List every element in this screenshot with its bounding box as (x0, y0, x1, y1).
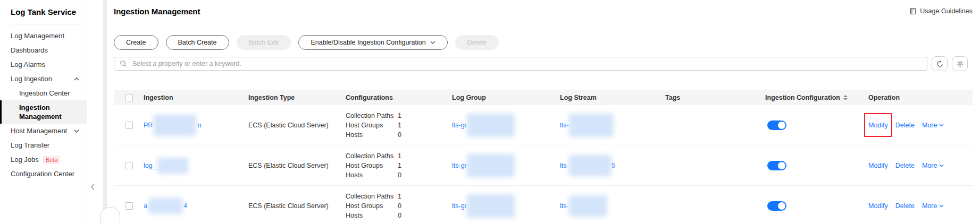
batch-create-button[interactable]: Batch Create (166, 35, 229, 50)
search-input[interactable] (131, 59, 922, 68)
settings-button[interactable] (952, 56, 968, 71)
ingestion-configuration-toggle[interactable] (767, 161, 786, 170)
sidebar-item-log-alarms[interactable]: Log Alarms (0, 57, 87, 72)
hosts-count: 0 (398, 211, 401, 220)
collection-paths-count: 1 (398, 111, 401, 120)
ingestion-configuration-toggle[interactable] (767, 120, 786, 130)
redacted-text (157, 158, 188, 174)
table-row: log_ ECS (Elastic Cloud Server) Collecti… (114, 145, 973, 186)
column-header-ingestion-type: Ingestion Type (240, 94, 337, 101)
sidebar-item-log-jobs[interactable]: Log Jobs Beta (0, 152, 87, 167)
modify-link[interactable]: Modify (868, 122, 888, 129)
ingestion-name-cell: log_ (135, 158, 240, 174)
sidebar-item-ingestion-center[interactable]: Ingestion Center (0, 86, 87, 100)
page-title: Ingestion Management (114, 7, 200, 16)
refresh-icon (936, 60, 944, 68)
app-window: Log Tank Service Log Management Dashboar… (0, 0, 980, 224)
sidebar-item-dashboards[interactable]: Dashboards (0, 43, 87, 57)
search-box (114, 57, 927, 71)
chevron-down-icon (74, 130, 79, 133)
log-group-cell: lts-gr (443, 154, 551, 177)
sidebar-item-log-transfer[interactable]: Log Transfer (0, 138, 87, 152)
hosts-count: 0 (398, 170, 401, 180)
more-dropdown-link[interactable]: More (922, 162, 944, 169)
guide-book-icon (909, 7, 917, 15)
redacted-text (467, 154, 515, 177)
operation-cell: Modify Delete More (860, 122, 973, 129)
modify-link[interactable]: Modify (868, 162, 888, 169)
panel-splitter[interactable] (103, 0, 107, 224)
ingestion-name-link[interactable]: log_ (144, 162, 156, 169)
sidebar-item-log-management[interactable]: Log Management (0, 29, 87, 43)
redacted-text (569, 114, 614, 137)
log-stream-cell: lts-5 (551, 155, 657, 176)
sidebar-item-ingestion-management[interactable]: Ingestion Management (0, 100, 87, 124)
configurations-cell: Collection Paths1 Host Groups1 Hosts0 (337, 111, 443, 140)
refresh-button[interactable] (932, 56, 948, 71)
sort-icon[interactable] (843, 95, 848, 100)
more-dropdown-link[interactable]: More (922, 202, 944, 210)
column-header-log-stream: Log Stream (551, 94, 657, 101)
beta-badge: Beta (43, 156, 61, 164)
delete-link[interactable]: Delete (895, 122, 915, 129)
column-header-tags: Tags (657, 94, 757, 101)
column-header-ingestion-configuration: Ingestion Configuration (757, 94, 860, 101)
chevron-down-icon (939, 204, 944, 208)
log-group-cell: lts-gr (443, 114, 551, 137)
log-group-link[interactable]: lts-gr (452, 122, 467, 129)
chevron-down-icon (430, 41, 435, 44)
log-stream-link[interactable]: lts- (560, 162, 569, 169)
create-button[interactable]: Create (114, 35, 158, 50)
row-checkbox[interactable] (125, 202, 133, 210)
usage-guidelines-link[interactable]: Usage Guidelines (909, 7, 973, 15)
ingestion-configuration-cell (757, 120, 860, 130)
column-header-configurations: Configurations (337, 94, 443, 101)
ingestion-name-cell: PRn (135, 115, 240, 136)
batch-edit-button[interactable]: Batch Edit (237, 35, 291, 50)
ingestion-name-link[interactable]: a (144, 202, 147, 210)
more-dropdown-link[interactable]: More (922, 122, 944, 129)
delete-link[interactable]: Delete (895, 202, 915, 210)
column-header-log-group: Log Group (443, 94, 551, 101)
log-group-link[interactable]: lts-gr (452, 162, 467, 169)
sidebar-item-host-management[interactable]: Host Management (0, 124, 87, 138)
ingestion-configuration-toggle[interactable] (767, 201, 786, 211)
delete-button[interactable]: Delete (455, 35, 499, 50)
toolbar: Create Batch Create Batch Edit Enable/Di… (114, 35, 973, 50)
chevron-left-icon (90, 184, 95, 190)
redacted-text (467, 194, 515, 218)
sidebar-item-log-ingestion[interactable]: Log Ingestion (0, 72, 87, 86)
enable-disable-dropdown-button[interactable]: Enable/Disable Ingestion Configuration (298, 35, 447, 50)
host-groups-count: 0 (398, 201, 401, 211)
floating-panel-corner (100, 207, 120, 224)
service-title: Log Tank Service (0, 5, 87, 24)
sidebar-collapse-button[interactable] (88, 182, 97, 192)
ingestion-name-link[interactable]: PR (144, 122, 153, 129)
ingestion-name-cell: a4 (135, 198, 240, 214)
ingestion-type-cell: ECS (Elastic Cloud Server) (240, 162, 337, 169)
main-content: Ingestion Management Usage Guidelines Cr… (107, 0, 980, 224)
chevron-up-icon (74, 77, 79, 81)
log-stream-link[interactable]: lts- (560, 202, 569, 210)
ingestion-table: Ingestion Ingestion Type Configurations … (114, 90, 973, 224)
table-row: a4 ECS (Elastic Cloud Server) Collection… (114, 186, 973, 224)
log-group-link[interactable]: lts-gr (452, 202, 467, 210)
ingestion-configuration-cell (757, 201, 860, 211)
log-group-cell: lts-gr (443, 194, 551, 218)
ingestion-type-cell: ECS (Elastic Cloud Server) (240, 202, 337, 210)
row-checkbox[interactable] (125, 162, 133, 169)
redacted-text (148, 198, 182, 214)
table-row: PRn ECS (Elastic Cloud Server) Collectio… (114, 105, 973, 145)
hosts-count: 0 (398, 130, 401, 140)
sidebar-item-configuration-center[interactable]: Configuration Center (0, 167, 87, 181)
search-icon (120, 60, 127, 67)
log-stream-link[interactable]: lts- (560, 122, 569, 129)
redacted-text (154, 115, 196, 136)
row-checkbox[interactable] (125, 122, 133, 129)
sidebar-divider (11, 24, 81, 24)
column-header-operation: Operation (860, 94, 973, 101)
select-all-checkbox[interactable] (125, 94, 133, 101)
delete-link[interactable]: Delete (895, 162, 915, 169)
chevron-down-icon (939, 124, 944, 127)
modify-link[interactable]: Modify (868, 202, 888, 210)
